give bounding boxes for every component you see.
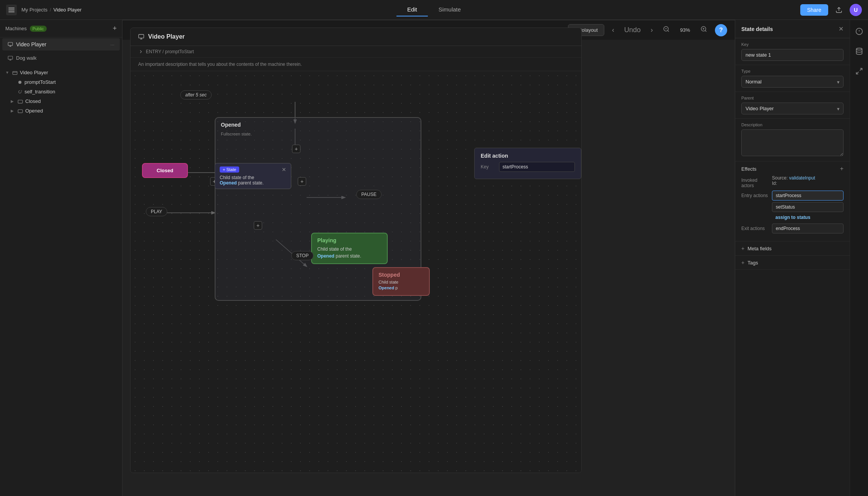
sdp-header: State details ✕ bbox=[735, 20, 850, 38]
playing-title: Playing bbox=[317, 237, 382, 243]
tab-simulate[interactable]: Simulate bbox=[428, 3, 472, 16]
avatar[interactable]: U bbox=[850, 4, 862, 16]
state-opened-container[interactable]: Opened Fullscreen state. + Playing Child… bbox=[215, 117, 421, 301]
tree-label-promptToStart: promptToStart bbox=[24, 79, 56, 85]
machine-menu-dots[interactable]: ··· bbox=[110, 42, 114, 47]
folder-icon-root bbox=[12, 70, 18, 75]
tree-label-closed: Closed bbox=[25, 98, 41, 104]
invoked-actors-id: Id: bbox=[772, 181, 844, 186]
edit-action-title: Edit action bbox=[481, 153, 575, 159]
tree-label-self-transition: self_transition bbox=[24, 89, 55, 95]
tooltip-tag: + State bbox=[220, 166, 239, 173]
share-button[interactable]: Share bbox=[800, 4, 828, 16]
edit-action-key-input[interactable] bbox=[499, 162, 575, 172]
breadcrumb-project[interactable]: My Projects bbox=[21, 7, 47, 13]
zoom-out-button[interactable] bbox=[661, 24, 672, 36]
plus-btn-right[interactable]: + bbox=[298, 177, 306, 186]
undo-next-button[interactable]: › bbox=[648, 24, 655, 36]
tree-root[interactable]: ▼ Video Player bbox=[0, 68, 122, 77]
sidebar-item-video-player[interactable]: Video Player ··· bbox=[2, 38, 120, 51]
sdp-parent-field: Parent Video Player bbox=[735, 92, 850, 119]
tab-edit[interactable]: Edit bbox=[396, 3, 428, 16]
type-select[interactable]: Normal bbox=[741, 76, 844, 88]
sidebar-tree: ▼ Video Player promptToStart self_transi… bbox=[0, 65, 122, 496]
sdp-close-button[interactable]: ✕ bbox=[839, 25, 844, 33]
state-opened-sub: Fullscreen state. bbox=[215, 132, 421, 139]
vp-panel-breadcrumb: ENTRY / promptToStart bbox=[131, 46, 581, 58]
machine-name-dog-walk: Dog walk bbox=[16, 55, 36, 61]
meta-fields-collapsible[interactable]: + Meta fields bbox=[735, 241, 850, 256]
invoked-label: Invoked actors bbox=[741, 175, 768, 188]
svg-rect-12 bbox=[18, 100, 23, 103]
undo-button[interactable]: Undo bbox=[622, 24, 643, 36]
public-badge: Public bbox=[30, 26, 47, 32]
sdp-effects-section: Effects + Invoked actors Source: validat… bbox=[735, 162, 850, 241]
svg-rect-13 bbox=[18, 109, 23, 113]
zoom-in-button[interactable] bbox=[698, 24, 710, 36]
vp-panel-header: Video Player bbox=[131, 28, 581, 46]
svg-line-36 bbox=[856, 72, 858, 74]
plus-btn-bottom[interactable]: + bbox=[254, 221, 262, 230]
add-machine-button[interactable]: + bbox=[113, 24, 117, 33]
exit-actions-row: Exit actions endProcess bbox=[741, 224, 844, 235]
tooltip-close[interactable]: ✕ bbox=[282, 166, 286, 173]
state-opened-header: Opened bbox=[215, 118, 421, 132]
state-playing[interactable]: Playing Child state of the Opened parent… bbox=[311, 233, 388, 264]
key-label: Key bbox=[741, 42, 844, 47]
state-stopped[interactable]: Stopped Child state Opened p bbox=[372, 267, 430, 296]
svg-rect-10 bbox=[13, 71, 17, 74]
sidebar-toggle[interactable] bbox=[6, 5, 17, 15]
entry-action-2[interactable]: setStatus bbox=[772, 202, 844, 212]
vp-panel-icon bbox=[138, 34, 144, 40]
plus-btn-top[interactable]: + bbox=[292, 145, 300, 153]
code-icon[interactable] bbox=[852, 64, 866, 78]
parent-select[interactable]: Video Player bbox=[741, 103, 844, 114]
state-tooltip: + State ✕ Child state of the Opened pare… bbox=[215, 163, 291, 189]
meta-plus-icon: + bbox=[741, 245, 744, 251]
sidebar-header: Machines Public + bbox=[0, 20, 122, 38]
exit-action[interactable]: endProcess bbox=[772, 224, 844, 233]
tree-item-self-transition[interactable]: self_transition bbox=[0, 87, 122, 96]
chevron-opened: ▶ bbox=[11, 109, 15, 113]
help-button[interactable]: ? bbox=[715, 24, 727, 36]
info-icon[interactable] bbox=[852, 24, 866, 38]
machine-icon bbox=[8, 42, 13, 47]
tooltip-header: + State ✕ bbox=[220, 166, 286, 173]
undo-prev-button[interactable]: ‹ bbox=[610, 24, 617, 36]
effects-add-button[interactable]: + bbox=[840, 165, 844, 172]
breadcrumb-sep: / bbox=[50, 7, 51, 13]
entry-assign: assign to status bbox=[772, 214, 844, 221]
tree-item-opened[interactable]: ▶ Opened bbox=[0, 106, 122, 116]
invoked-source: Source: validateInput bbox=[772, 175, 815, 181]
database-icon[interactable] bbox=[852, 44, 866, 58]
chevron-closed: ▶ bbox=[11, 99, 15, 103]
svg-point-11 bbox=[18, 81, 21, 84]
machine-name-video-player: Video Player bbox=[16, 41, 46, 47]
tags-collapsible[interactable]: + Tags bbox=[735, 256, 850, 270]
entry-action-1[interactable]: startProcess bbox=[772, 191, 844, 201]
svg-rect-2 bbox=[8, 11, 15, 12]
sdp-key-field: Key bbox=[735, 38, 850, 65]
exit-content: endProcess bbox=[772, 224, 844, 235]
vp-canvas[interactable]: after 5 sec Closed PLAY Opened Fullscr bbox=[131, 71, 581, 473]
tree-item-promptToStart[interactable]: promptToStart bbox=[0, 77, 122, 87]
meta-label: Meta fields bbox=[747, 246, 772, 251]
sidebar-item-dog-walk[interactable]: Dog walk bbox=[2, 52, 120, 64]
export-icon[interactable] bbox=[833, 4, 845, 16]
arrow-label-after: after 5 sec bbox=[180, 90, 212, 100]
vp-panel-desc: An important description that tells you … bbox=[131, 58, 581, 71]
edit-action-key-row: Key bbox=[481, 162, 575, 172]
description-textarea[interactable] bbox=[741, 129, 844, 156]
breadcrumb-current: Video Player bbox=[54, 7, 82, 13]
invoked-actors-row: Invoked actors Source: validateInput Id: bbox=[741, 175, 844, 188]
nav-right: Share U bbox=[800, 4, 862, 16]
exit-label: Exit actions bbox=[741, 224, 768, 231]
tree-item-closed[interactable]: ▶ Closed bbox=[0, 96, 122, 106]
vp-panel: Video Player ENTRY / promptToStart An im… bbox=[130, 28, 582, 473]
invoked-content: Source: validateInput Id: bbox=[772, 175, 844, 186]
state-closed[interactable]: Closed bbox=[142, 163, 188, 178]
state-icon-closed bbox=[18, 99, 23, 104]
state-icon-opened bbox=[18, 108, 23, 114]
key-input[interactable] bbox=[741, 49, 844, 61]
top-nav: My Projects / Video Player Edit Simulate… bbox=[0, 0, 868, 20]
